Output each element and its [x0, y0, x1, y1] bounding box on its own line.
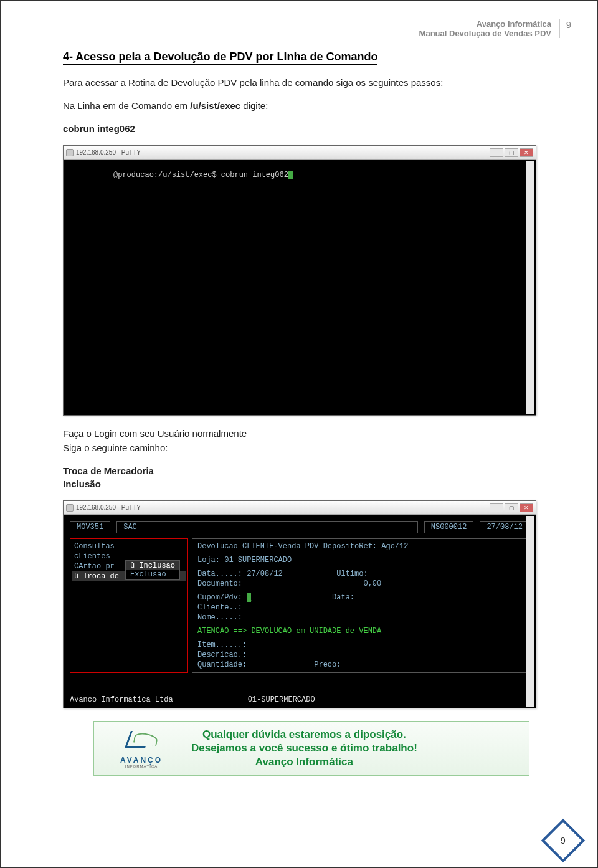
logo-name: AVANÇO: [104, 756, 179, 765]
putty-window-2: 192.168.0.250 - PuTTY — ▢ ✕ MOV351 SAC N…: [63, 500, 536, 708]
page-header: Avanço Informática Manual Devolução de V…: [38, 19, 560, 38]
r11: Quantidade: Preco:: [197, 660, 524, 670]
r4: Documento: 0,00: [197, 579, 524, 589]
scrollbar[interactable]: [526, 516, 534, 707]
putty-titlebar-2: 192.168.0.250 - PuTTY — ▢ ✕: [64, 501, 536, 515]
r10: Descricao.:: [197, 650, 524, 660]
terminal-1[interactable]: @producao:/u/sist/exec$ cobrun integ062: [64, 160, 536, 415]
close-button[interactable]: ✕: [520, 503, 533, 512]
scrollbar[interactable]: [526, 161, 534, 414]
putty-icon: [66, 504, 74, 512]
info-line2: Desejamos a você sucesso e ótimo trabalh…: [191, 742, 417, 755]
page-number-top: 9: [566, 19, 571, 30]
r7: Nome.....:: [197, 613, 524, 622]
path-bold: /u/sist/exec: [190, 100, 240, 111]
putty-title-2: 192.168.0.250 - PuTTY: [66, 504, 141, 512]
r8: ATENCAO ==> DEVOLUCAO em UNIDADE de VEND…: [197, 626, 524, 636]
t2-sac-box: SAC: [116, 521, 418, 533]
terminal2-top-row: MOV351 SAC NS000012 27/08/12: [70, 518, 529, 536]
t2-ns-box: NS000012: [424, 521, 474, 533]
minimize-button[interactable]: —: [490, 148, 503, 157]
window-buttons-2: — ▢ ✕: [490, 503, 533, 512]
header-manual-title: Manual Devolução de Vendas PDV: [38, 29, 551, 38]
minimize-button[interactable]: —: [490, 503, 503, 512]
terminal2-left-menu: Consultas cLientes CArtao pr û Troca de …: [70, 538, 188, 673]
command-text: cobrun integ062: [63, 122, 560, 135]
r9: Item......:: [197, 640, 524, 650]
terminal2-footer: Avanco Informatica Ltda 01-SUPERMERCADO: [70, 694, 529, 704]
info-line3: Avanço Informática: [191, 755, 417, 769]
info-box: AVANÇO INFORMÁTICA Qualquer dúvida estar…: [93, 721, 529, 776]
r5-label: Cupom/Pdv:: [197, 593, 247, 602]
info-line1: Qualquer dúvida estaremos a diposição.: [191, 728, 417, 742]
paragraph-path: Na Linha em de Comando em /u/sist/exec d…: [63, 99, 560, 112]
putty-title-1: 192.168.0.250 - PuTTY: [66, 149, 141, 156]
close-button[interactable]: ✕: [520, 148, 533, 157]
submenu-exclusao[interactable]: Exclusao: [126, 570, 179, 579]
footer-company: Avanco Informatica Ltda: [70, 695, 173, 704]
putty-window-1: 192.168.0.250 - PuTTY — ▢ ✕ @producao:/u…: [63, 145, 536, 416]
putty-icon: [66, 149, 74, 156]
paragraph-intro: Para acessar a Rotina de Devolução PDV p…: [63, 76, 560, 89]
info-text: Qualquer dúvida estaremos a diposição. D…: [191, 728, 417, 769]
header-brand: Avanço Informática: [38, 19, 551, 29]
t2-date-box: 27/08/12: [480, 521, 529, 533]
document-page: 9 Avanço Informática Manual Devolução de…: [1, 1, 597, 867]
r5: Cupom/Pdv: _ Data:: [197, 593, 524, 603]
r5-rest: Data:: [251, 593, 354, 602]
terminal2-body: Consultas cLientes CArtao pr û Troca de …: [70, 538, 529, 673]
logo-subtitle: INFORMÁTICA: [104, 765, 179, 768]
page-number-diamond: 9: [541, 819, 586, 863]
maximize-button[interactable]: ▢: [505, 148, 518, 157]
path-suffix: digite:: [240, 100, 268, 111]
content-area: 4- Acesso pela a Devolução de PDV por Li…: [38, 50, 560, 776]
path-prefix: Na Linha em de Comando em: [63, 100, 190, 111]
paragraph-login: Faça o Login com seu Usuário normalmente: [63, 427, 560, 440]
cursor-icon: [288, 171, 293, 179]
terminal-prompt-text: @producao:/u/sist/exec$ cobrun integ062: [113, 171, 288, 179]
r3-text: Data.....: 27/08/12 Ultimo:: [197, 570, 368, 578]
window-buttons-1: — ▢ ✕: [490, 148, 533, 157]
logo-block: AVANÇO INFORMÁTICA: [104, 728, 179, 768]
logo-icon: [123, 728, 160, 753]
page-number-bottom: 9: [561, 836, 566, 846]
r3: Data.....: 27/08/12 Ultimo:: [197, 569, 524, 579]
submenu-inclusao[interactable]: û Inclusao: [126, 561, 179, 570]
t2-code-box: MOV351: [70, 521, 110, 533]
putty-titlebar-1: 192.168.0.250 - PuTTY — ▢ ✕: [64, 146, 536, 160]
putty-title-text-1: 192.168.0.250 - PuTTY: [76, 149, 141, 156]
r2: Loja: 01 SUPERMERCADO: [197, 555, 524, 565]
putty-title-text-2: 192.168.0.250 - PuTTY: [76, 504, 141, 511]
menu-path-2: Inclusão: [63, 477, 560, 490]
terminal-2[interactable]: MOV351 SAC NS000012 27/08/12 Consultas c…: [64, 515, 536, 708]
footer-store: 01-SUPERMERCADO: [248, 695, 315, 704]
maximize-button[interactable]: ▢: [505, 503, 518, 512]
terminal-prompt-line: @producao:/u/sist/exec$ cobrun integ062: [69, 162, 531, 188]
paragraph-path2: Siga o seguinte caminho:: [63, 441, 560, 454]
menu-item-consultas[interactable]: Consultas: [72, 541, 186, 551]
section-heading: 4- Acesso pela a Devolução de PDV por Li…: [63, 50, 377, 65]
r1: Devolucao CLIENTE-Venda PDV DepositoRef:…: [197, 541, 524, 551]
r6: Cliente..:: [197, 603, 524, 613]
menu-path-1: Troca de Mercadoria: [63, 464, 560, 477]
terminal2-right-panel: Devolucao CLIENTE-Venda PDV DepositoRef:…: [192, 538, 529, 673]
submenu: û Inclusao Exclusao: [125, 560, 180, 580]
